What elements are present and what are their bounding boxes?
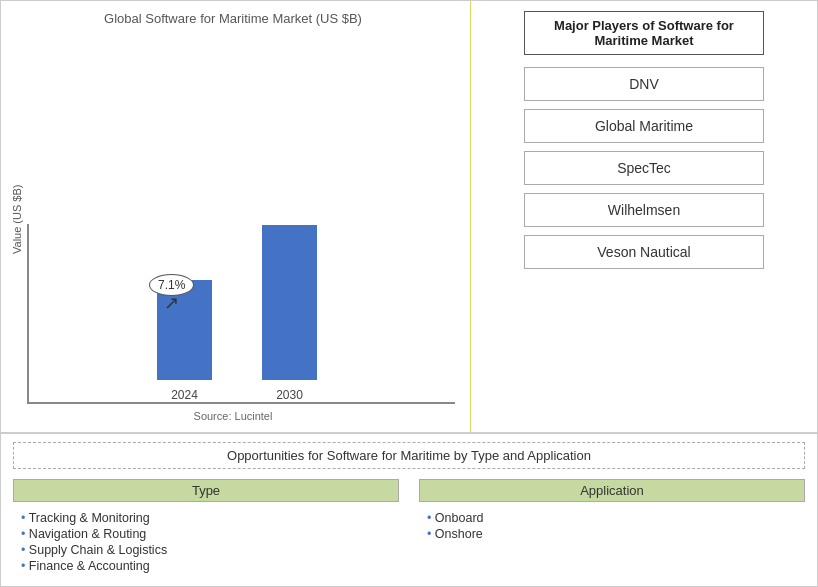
- source-text: Source: Lucintel: [11, 410, 455, 422]
- main-container: Global Software for Maritime Market (US …: [0, 0, 818, 587]
- bar-label-2024: 2024: [171, 388, 198, 402]
- type-item-4: Finance & Accounting: [21, 558, 391, 574]
- players-area: Major Players of Software for Maritime M…: [471, 1, 817, 432]
- growth-arrow: ↗: [164, 292, 179, 314]
- type-item-1: Tracking & Monitoring: [21, 510, 391, 526]
- bottom-section: Opportunities for Software for Maritime …: [1, 433, 817, 586]
- player-veson-nautical: Veson Nautical: [524, 235, 764, 269]
- opportunities-title: Opportunities for Software for Maritime …: [13, 442, 805, 469]
- bar-group-2030: 2030: [262, 225, 317, 402]
- application-item-2: Onshore: [427, 526, 797, 542]
- bars-container: 7.1% ↗ 2024 2030: [27, 224, 455, 404]
- type-items: Tracking & Monitoring Navigation & Routi…: [13, 506, 399, 578]
- players-title: Major Players of Software for Maritime M…: [524, 11, 764, 55]
- opportunities-content: Type Tracking & Monitoring Navigation & …: [13, 479, 805, 578]
- type-item-2: Navigation & Routing: [21, 526, 391, 542]
- application-items: Onboard Onshore: [419, 506, 805, 546]
- type-item-3: Supply Chain & Logistics: [21, 542, 391, 558]
- y-axis-label: Value (US $B): [11, 34, 23, 404]
- application-box: Application Onboard Onshore: [419, 479, 805, 578]
- player-dnv: DNV: [524, 67, 764, 101]
- application-header: Application: [419, 479, 805, 502]
- player-spectec: SpecTec: [524, 151, 764, 185]
- growth-annotation: 7.1% ↗: [149, 274, 194, 314]
- chart-title: Global Software for Maritime Market (US …: [11, 11, 455, 26]
- application-item-1: Onboard: [427, 510, 797, 526]
- player-global-maritime: Global Maritime: [524, 109, 764, 143]
- type-header: Type: [13, 479, 399, 502]
- chart-area: Global Software for Maritime Market (US …: [1, 1, 471, 432]
- chart-graph: 7.1% ↗ 2024 2030: [27, 34, 455, 404]
- bar-label-2030: 2030: [276, 388, 303, 402]
- player-wilhelmsen: Wilhelmsen: [524, 193, 764, 227]
- type-box: Type Tracking & Monitoring Navigation & …: [13, 479, 399, 578]
- chart-inner: Value (US $B) 7.1% ↗ 2024: [11, 34, 455, 404]
- top-section: Global Software for Maritime Market (US …: [1, 1, 817, 433]
- bar-2030: [262, 225, 317, 380]
